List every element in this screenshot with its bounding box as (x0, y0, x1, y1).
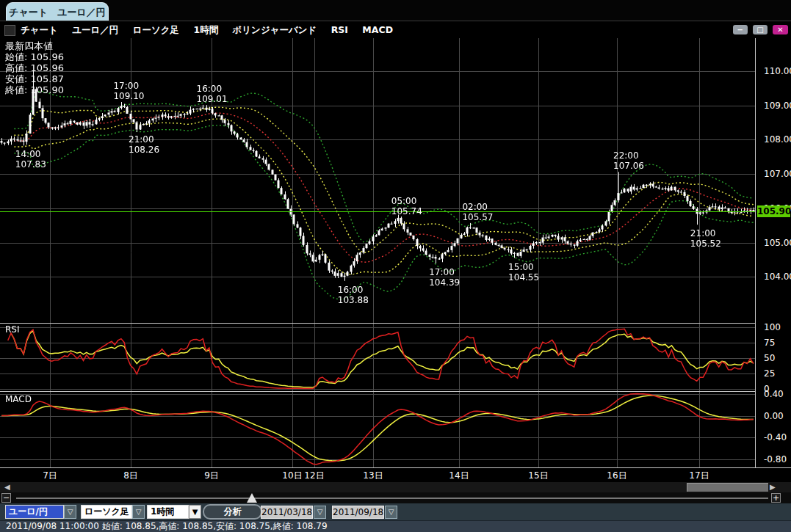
legend-close-value: 105.90 (31, 84, 65, 95)
date-axis-label: 12日 (304, 470, 324, 482)
scroll-left-icon[interactable]: ◀ (4, 483, 10, 492)
legend-close-label: 終値: (5, 84, 27, 95)
macd-axis-label: 0.00 (764, 411, 784, 421)
legend-open-label: 始値: (5, 51, 27, 62)
price-axis-label: 105.00 (764, 238, 791, 248)
analyze-button[interactable]: 分析 (203, 504, 262, 520)
price-axis-label: 107.00 (764, 169, 791, 179)
chart-window: チャート ユーロ／円 チャート ユーロ／円 ローソク足 1時間 ボリンジャーバン… (0, 0, 791, 532)
price-chart-canvas[interactable] (0, 38, 755, 467)
title-bar: チャート ユーロ／円 ローソク足 1時間 ボリンジャーバンド RSI MACD … (0, 21, 791, 39)
ohlc-legend: 最新四本値 始値: 105.96 高値: 105.96 安値: 105.87 終… (5, 40, 64, 95)
date-axis-label: 8日 (123, 470, 138, 482)
date-from-field[interactable]: 2011/03/18 (261, 506, 313, 519)
timeframe-select-arrow-icon[interactable]: ▼ (189, 505, 201, 519)
date-to-arrow-icon[interactable]: ▽ (385, 506, 397, 519)
tab-strip: チャート ユーロ／円 (0, 0, 791, 21)
menu-item-pair[interactable]: ユーロ／円 (72, 24, 118, 35)
macd-axis-label: -0.80 (764, 454, 787, 464)
scrollbar-thumb[interactable] (687, 483, 768, 492)
chart-tab[interactable]: チャート ユーロ／円 (6, 2, 109, 21)
pair-select[interactable]: ユーロ/円 (5, 505, 64, 519)
menu-item-candle-type[interactable]: ローソク足 (133, 24, 179, 35)
legend-low-value: 105.87 (31, 73, 65, 84)
date-to-field[interactable]: 2011/09/18 (332, 506, 384, 519)
window-buttons: − □ ✕ (732, 25, 788, 35)
legend-high-label: 高値: (5, 62, 27, 73)
minimize-icon[interactable]: − (733, 25, 748, 34)
date-axis-label: 9日 (204, 470, 219, 482)
date-axis-label: 16日 (607, 470, 626, 482)
current-price-badge: 105.90 (757, 205, 790, 217)
date-axis-label: 17日 (689, 470, 709, 482)
date-axis-label: 7日 (43, 470, 57, 482)
date-axis-label: 14日 (449, 470, 469, 482)
rsi-pane-label: RSI (5, 324, 20, 335)
macd-axis-label: 0.40 (764, 389, 784, 399)
window-menu-icon[interactable] (4, 25, 15, 36)
rsi-axis-label: 50 (764, 353, 775, 363)
status-text: 2011/09/08 11:00:00 始値: 108.85,高値: 108.8… (6, 521, 328, 532)
menu-item-chart[interactable]: チャート (21, 24, 58, 35)
legend-high-value: 105.96 (31, 62, 65, 73)
price-axis-label: 108.00 (764, 134, 791, 145)
date-axis-label: 15日 (528, 470, 548, 482)
status-bar: 2011/09/08 11:00:00 始値: 108.85,高値: 108.8… (0, 520, 791, 532)
menu-item-rsi[interactable]: RSI (331, 24, 348, 35)
pair-select-arrow-icon[interactable]: ▽ (64, 505, 76, 519)
chart-tab-label: チャート ユーロ／円 (9, 7, 106, 18)
zoom-in-button[interactable]: + (771, 493, 781, 503)
horizontal-scrollbar[interactable]: ◀ ▶ (0, 482, 791, 492)
macd-pane-label: MACD (5, 394, 32, 404)
zoom-slider-track[interactable] (16, 498, 768, 499)
date-from-arrow-icon[interactable]: ▽ (314, 506, 326, 519)
date-axis-label: 13日 (363, 470, 383, 482)
macd-axis-label: -0.40 (764, 432, 787, 442)
chart-type-select[interactable]: ローソク足 (81, 505, 132, 519)
legend-low-label: 安値: (5, 73, 27, 84)
menu-item-macd[interactable]: MACD (362, 24, 393, 35)
price-axis-label: 109.00 (764, 101, 791, 111)
zoom-slider-row: − + (0, 492, 791, 503)
rsi-axis-label: 100 (764, 322, 781, 332)
price-axis: 105.90 110.00109.00108.00107.00106.00105… (755, 38, 791, 467)
zoom-out-button[interactable]: − (1, 493, 11, 503)
rsi-axis-label: 75 (764, 338, 775, 348)
price-axis-label: 110.00 (764, 66, 791, 76)
timeframe-select[interactable]: 1時間 (147, 505, 189, 519)
chart-type-select-arrow-icon[interactable]: ▽ (132, 505, 145, 519)
scroll-right-icon[interactable]: ▶ (770, 483, 776, 492)
date-axis: 7日8日9日10日12日13日14日15日16日17日 (0, 467, 791, 482)
legend-title: 最新四本値 (5, 40, 64, 51)
legend-open-value: 105.96 (31, 51, 65, 62)
date-axis-label: 10日 (282, 470, 302, 482)
menu-item-bollinger[interactable]: ボリンジャーバンド (233, 24, 317, 35)
price-axis-label: 104.00 (764, 272, 791, 282)
title-menu: チャート ユーロ／円 ローソク足 1時間 ボリンジャーバンド RSI MACD (21, 21, 404, 39)
controls-bar: ユーロ/円 ▽ ローソク足 ▽ 1時間 ▼ 分析 2011/03/18 ▽ 20… (0, 503, 791, 520)
rsi-axis-label: 25 (764, 368, 775, 379)
maximize-icon[interactable]: □ (753, 25, 767, 34)
close-icon[interactable]: ✕ (773, 25, 788, 34)
zoom-slider-thumb-icon[interactable] (247, 493, 257, 503)
menu-item-timeframe[interactable]: 1時間 (193, 24, 218, 35)
